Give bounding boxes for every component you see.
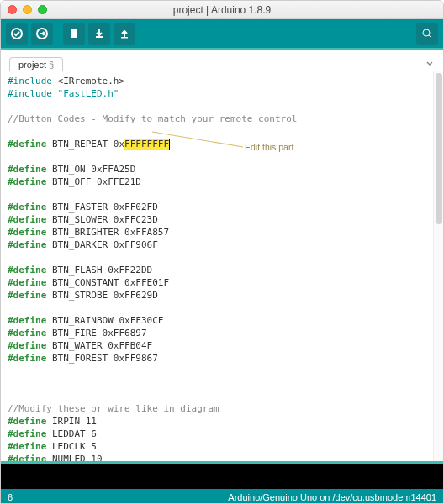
highlighted-hex: FFFFFFFF <box>124 139 170 150</box>
output-console[interactable] <box>1 461 443 489</box>
tab-menu-button[interactable] <box>421 55 438 71</box>
new-button[interactable] <box>63 23 85 45</box>
svg-rect-3 <box>96 36 103 38</box>
open-button[interactable] <box>88 23 110 45</box>
status-line-number: 6 <box>8 492 13 502</box>
status-board-port: Arduino/Genuino Uno on /dev/cu.usbmodem1… <box>228 492 436 502</box>
code-content: #include <IRremote.h> #include "FastLED.… <box>1 71 433 461</box>
vertical-scrollbar[interactable] <box>433 71 443 461</box>
window-title: project | Arduino 1.8.9 <box>1 4 443 16</box>
tab-project[interactable]: project § <box>9 57 63 71</box>
code-editor[interactable]: #include <IRremote.h> #include "FastLED.… <box>1 71 443 461</box>
svg-point-5 <box>423 29 430 36</box>
tab-bar: project § <box>1 50 443 71</box>
tab-modified-marker: § <box>49 60 54 70</box>
serial-monitor-button[interactable] <box>416 23 438 45</box>
save-button[interactable] <box>114 23 135 45</box>
status-bar: 6 Arduino/Genuino Uno on /dev/cu.usbmode… <box>1 489 443 504</box>
scrollbar-thumb[interactable] <box>436 73 442 224</box>
upload-button[interactable] <box>31 23 53 45</box>
window-titlebar: project | Arduino 1.8.9 <box>1 1 443 19</box>
tab-label: project <box>18 60 46 70</box>
svg-rect-2 <box>71 29 77 38</box>
svg-rect-4 <box>121 37 128 39</box>
verify-button[interactable] <box>6 23 28 45</box>
toolbar <box>1 19 443 48</box>
